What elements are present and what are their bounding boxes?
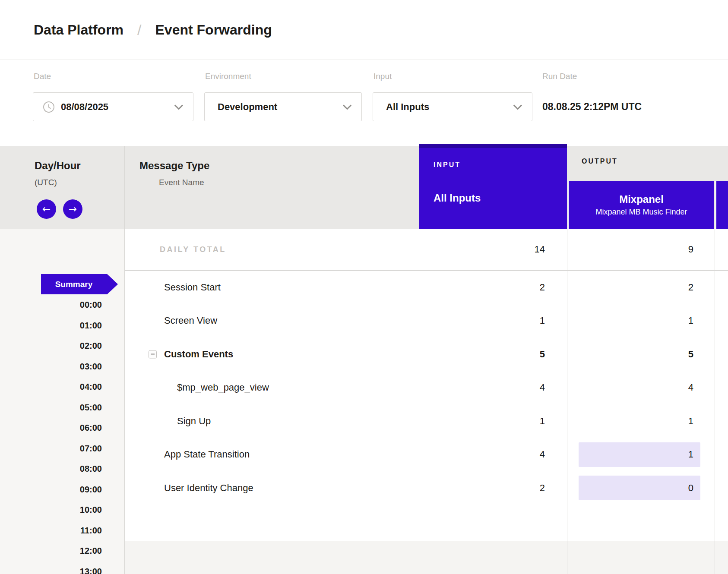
day-hour-subtitle: (UTC) (35, 178, 57, 187)
row-output-value: 1 (688, 304, 693, 338)
filter-bar: Date Environment Input Run Date 08/08/20… (0, 60, 728, 146)
table-footer-band (124, 541, 728, 574)
row-label: Custom Events (164, 337, 233, 371)
input-column-name: All Inputs (434, 192, 481, 204)
summary-badge-label: Summary (55, 280, 93, 289)
row-input-value: 1 (540, 404, 545, 438)
table-row[interactable]: Sign Up11 (124, 404, 728, 438)
daily-total-row: DAILY TOTAL 14 9 (124, 229, 728, 271)
output-highlight (579, 476, 700, 500)
row-input-value: 2 (540, 471, 545, 505)
message-type-header: Message Type (139, 160, 209, 172)
row-label: User Identity Change (164, 471, 253, 505)
hour-item-0900[interactable]: 09:00 (0, 479, 102, 500)
input-section-label: INPUT (434, 161, 461, 169)
minus-box-icon[interactable] (149, 350, 157, 358)
output-column-header[interactable]: Mixpanel Mixpanel MB Music Finder (568, 181, 714, 229)
event-name-subtitle: Event Name (159, 178, 204, 187)
hour-item-1200[interactable]: 12:00 (0, 541, 102, 561)
row-label: $mp_web_page_view (177, 371, 269, 405)
prev-day-button[interactable]: ← (37, 199, 56, 219)
output-column-subtitle: Mixpanel MB Music Finder (595, 208, 687, 217)
chevron-down-icon (174, 104, 184, 110)
window-edge (2, 0, 2, 574)
day-hour-header: Day/Hour (35, 160, 81, 172)
input-value: All Inputs (386, 101, 429, 113)
column-divider (567, 229, 567, 574)
row-output-value: 1 (688, 404, 693, 438)
input-column-accent-strip (419, 144, 567, 148)
row-output-value: 4 (688, 371, 693, 405)
hour-item-0800[interactable]: 08:00 (0, 459, 102, 479)
hour-item-0000[interactable]: 00:00 (0, 295, 102, 315)
breadcrumb-section[interactable]: Data Platform (34, 22, 123, 38)
table-row[interactable]: $mp_web_page_view44 (124, 371, 728, 405)
table-row[interactable]: Screen View11 (124, 304, 728, 338)
row-output-value: 1 (688, 438, 693, 472)
hour-item-0600[interactable]: 06:00 (0, 418, 102, 438)
output-section-label: OUTPUT (582, 158, 618, 165)
chevron-down-icon (342, 104, 352, 110)
hour-item-0200[interactable]: 02:00 (0, 336, 102, 356)
row-label: Session Start (164, 271, 221, 304)
environment-dropdown[interactable]: Development (204, 92, 362, 121)
input-filter-label: Input (373, 72, 392, 81)
output-column-partial (715, 181, 728, 229)
hour-item-0700[interactable]: 07:00 (0, 438, 102, 459)
run-date-label: Run Date (542, 72, 577, 81)
arrow-right-icon: → (69, 204, 77, 214)
output-column-name: Mixpanel (619, 193, 664, 206)
row-input-value: 4 (540, 371, 545, 405)
chevron-down-icon (513, 104, 522, 110)
input-column-header[interactable]: INPUT All Inputs (419, 144, 567, 229)
breadcrumb: Data Platform / Event Forwarding (34, 0, 272, 60)
hour-item-1100[interactable]: 11:00 (0, 520, 102, 541)
environment-filter-label: Environment (205, 72, 251, 81)
page-title: Event Forwarding (155, 22, 272, 38)
table-row[interactable]: App State Transition41 (124, 438, 728, 472)
message-rows: Session Start22Screen View11Custom Event… (124, 271, 728, 505)
hour-item-1000[interactable]: 10:00 (0, 500, 102, 520)
breadcrumb-bar: Data Platform / Event Forwarding (0, 0, 728, 60)
summary-badge[interactable]: Summary (41, 274, 118, 294)
row-input-value: 4 (540, 438, 545, 472)
row-output-value: 0 (688, 471, 693, 505)
next-day-button[interactable]: → (63, 199, 82, 219)
table-row[interactable]: Session Start22 (124, 271, 728, 304)
row-input-value: 5 (540, 337, 545, 371)
hour-item-0500[interactable]: 05:00 (0, 397, 102, 418)
input-dropdown[interactable]: All Inputs (373, 92, 532, 121)
row-output-value: 2 (688, 271, 693, 304)
arrow-left-icon: ← (42, 204, 51, 214)
daily-total-output-value: 9 (688, 229, 693, 270)
table-row[interactable]: User Identity Change20 (124, 471, 728, 505)
breadcrumb-separator: / (137, 22, 141, 38)
row-label: Screen View (164, 304, 217, 338)
column-divider (715, 229, 715, 574)
output-highlight (579, 442, 700, 467)
date-value: 08/08/2025 (61, 101, 108, 113)
row-input-value: 1 (540, 304, 545, 338)
environment-value: Development (218, 101, 277, 113)
hour-item-0100[interactable]: 01:00 (0, 315, 102, 336)
hour-item-1300[interactable]: 13:00 (0, 561, 102, 574)
date-filter-label: Date (34, 72, 51, 81)
column-divider (419, 229, 419, 574)
daily-total-input-value: 14 (535, 229, 545, 270)
run-date-value: 08.08.25 2:12PM UTC (542, 92, 642, 121)
clock-icon (43, 101, 55, 113)
row-output-value: 5 (688, 337, 693, 371)
hour-item-0400[interactable]: 04:00 (0, 377, 102, 397)
daily-total-label: DAILY TOTAL (160, 229, 226, 270)
table-row[interactable]: Custom Events55 (124, 337, 728, 371)
row-label: Sign Up (177, 404, 211, 438)
column-divider (124, 146, 125, 574)
hour-item-0300[interactable]: 03:00 (0, 356, 102, 377)
date-dropdown[interactable]: 08/08/2025 (33, 92, 193, 121)
row-input-value: 2 (540, 271, 545, 304)
row-label: App State Transition (164, 438, 250, 472)
hour-list: 00:0001:0002:0003:0004:0005:0006:0007:00… (0, 295, 102, 574)
event-forwarding-screen: Data Platform / Event Forwarding Date En… (0, 0, 728, 574)
